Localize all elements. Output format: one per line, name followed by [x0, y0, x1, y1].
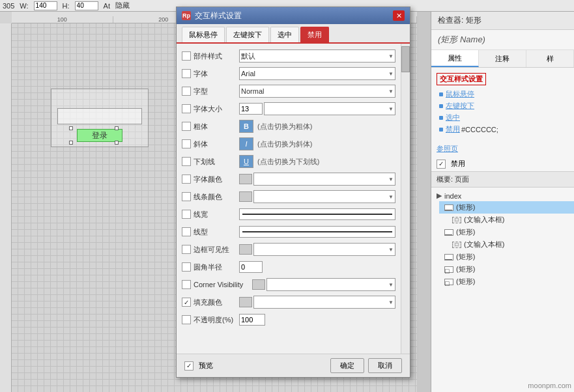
font-checkbox[interactable]	[182, 69, 191, 78]
disabled-link[interactable]: 禁用	[446, 124, 460, 134]
chevron-down-icon: ▼	[388, 282, 394, 288]
scrollbar-thumb[interactable]	[401, 46, 410, 72]
handle-tr[interactable]	[115, 126, 119, 130]
line-solid-preview	[242, 214, 392, 215]
overview-item-rect3[interactable]: — (矩形)	[439, 251, 574, 263]
line-type-preview[interactable]	[239, 226, 395, 238]
chevron-down-icon: ▼	[388, 300, 394, 305]
corner-radius-checkbox[interactable]	[182, 262, 191, 272]
opacity-label: 不透明度(%)	[194, 315, 239, 325]
dialog-footer: 预览 确定 取消	[177, 354, 410, 377]
bold-checkbox[interactable]	[182, 122, 191, 131]
overview-item-rect5[interactable]: □ (矩形)	[439, 275, 574, 288]
font-color-swatch[interactable]	[239, 174, 252, 184]
corner-visibility-swatch[interactable]	[252, 279, 265, 290]
leftclick-link[interactable]: 左键按下	[446, 101, 474, 111]
fill-color-swatch[interactable]	[239, 297, 252, 307]
login-box: 登录	[51, 89, 155, 154]
opacity-input[interactable]	[239, 314, 265, 326]
interaction-selected-item: 选中	[437, 113, 569, 122]
font-color-select[interactable]: ▼	[253, 173, 395, 186]
tab-notes[interactable]: 注释	[479, 50, 526, 67]
font-size-checkbox[interactable]	[182, 104, 191, 113]
italic-checkbox[interactable]	[182, 139, 191, 148]
overview-item-rect1[interactable]: — (矩形)	[439, 201, 574, 214]
line-color-select[interactable]: ▼	[253, 190, 395, 203]
overview-item-index[interactable]: ▶ index	[431, 190, 574, 201]
selected-link[interactable]: 选中	[446, 113, 460, 122]
overview-rect3-label: (矩形)	[456, 252, 475, 262]
preview-checkbox[interactable]	[184, 361, 194, 371]
bullet-icon	[439, 128, 443, 132]
dialog-scrollbar[interactable]	[401, 44, 410, 354]
tab-selected[interactable]: 选中	[270, 27, 299, 42]
interaction-leftclick-item: 左键按下	[437, 101, 569, 111]
coord-label: 305	[3, 2, 14, 10]
border-visible-label: 边框可见性	[194, 245, 239, 255]
disabled-checkbox[interactable]	[437, 160, 446, 169]
overview-rect5-label: (矩形)	[456, 277, 475, 287]
handle-bl[interactable]	[69, 141, 73, 145]
underline-row: 下划线 U (点击切换为下划线)	[182, 154, 395, 169]
line-color-checkbox[interactable]	[182, 192, 191, 201]
bold-button[interactable]: B	[239, 120, 253, 133]
canvas-login-button[interactable]: 登录	[77, 129, 122, 142]
tab-left-click[interactable]: 左键按下	[226, 27, 269, 42]
font-select[interactable]: Arial ▼	[239, 67, 395, 80]
input-icon: □	[452, 242, 461, 248]
opacity-checkbox[interactable]	[182, 315, 191, 324]
line-width-preview[interactable]	[239, 208, 395, 220]
opacity-row: 不透明度(%)	[182, 313, 395, 327]
corner-visibility-row: Corner Visibility ▼	[182, 277, 395, 292]
underline-checkbox[interactable]	[182, 157, 191, 166]
height-input[interactable]	[75, 1, 98, 10]
line-color-swatch[interactable]	[239, 191, 252, 202]
font-color-checkbox[interactable]	[182, 175, 191, 184]
border-visible-swatch[interactable]	[239, 244, 252, 255]
corner-radius-input[interactable]	[239, 261, 263, 273]
font-type-select[interactable]: Normal ▼	[239, 85, 395, 98]
line-type-checkbox[interactable]	[182, 227, 191, 236]
handle-tl[interactable]	[69, 126, 73, 130]
corner-visibility-checkbox[interactable]	[182, 280, 191, 289]
border-visible-select[interactable]: ▼	[253, 243, 395, 256]
font-label: 字体	[194, 69, 239, 79]
overview-rect1-label: (矩形)	[456, 203, 475, 212]
confirm-button[interactable]: 确定	[330, 358, 364, 373]
component-style-select[interactable]: 默认 ▼	[239, 49, 395, 63]
italic-click-hint: (点击切换为斜体)	[257, 139, 312, 149]
fill-color-checkbox[interactable]	[182, 298, 191, 307]
overview-item-input2[interactable]: □ (文输入本框)	[447, 238, 574, 251]
handle-br[interactable]	[115, 141, 119, 145]
border-visible-checkbox[interactable]	[182, 245, 191, 254]
corner-visibility-select[interactable]: ▼	[266, 278, 395, 291]
at-label: At	[104, 2, 110, 10]
component-style-checkbox[interactable]	[182, 51, 191, 61]
tab-mouse-hover[interactable]: 鼠标悬停	[182, 27, 225, 42]
hover-link[interactable]: 鼠标悬停	[446, 89, 474, 99]
tab-disabled[interactable]: 禁用	[300, 27, 329, 42]
dialog-tabs: 鼠标悬停 左键按下 选中 禁用	[177, 24, 410, 44]
dialog-scroll-area[interactable]: 部件样式 默认 ▼ 字体 Arial ▼ 字型 Nor	[177, 44, 401, 354]
font-size-input[interactable]	[239, 103, 263, 115]
dialog-titlebar: Rp 交互样式设置 ✕	[177, 7, 410, 24]
overview-item-rect2[interactable]: — (矩形)	[439, 226, 574, 238]
ref-page-link[interactable]: 参照页	[431, 141, 574, 156]
underline-button[interactable]: U	[239, 155, 253, 168]
overview-item-input1[interactable]: □ (文输入本框)	[447, 214, 574, 226]
italic-button[interactable]: I	[239, 137, 253, 150]
line-width-label: 线宽	[194, 210, 239, 219]
height-label: H:	[63, 2, 70, 10]
login-button-label: 登录	[92, 130, 108, 141]
fill-color-select[interactable]: ▼	[253, 296, 395, 309]
tab-style[interactable]: 样	[526, 50, 574, 67]
chevron-down-icon: ▼	[388, 194, 394, 200]
cancel-button[interactable]: 取消	[368, 358, 402, 373]
line-width-checkbox[interactable]	[182, 210, 191, 219]
dialog-close-button[interactable]: ✕	[393, 10, 405, 21]
width-input[interactable]	[34, 1, 57, 10]
overview-item-rect4[interactable]: □ (矩形)	[439, 263, 574, 275]
font-size-select[interactable]: ▼	[264, 102, 395, 115]
tab-properties[interactable]: 属性	[431, 50, 479, 67]
font-type-checkbox[interactable]	[182, 87, 191, 96]
